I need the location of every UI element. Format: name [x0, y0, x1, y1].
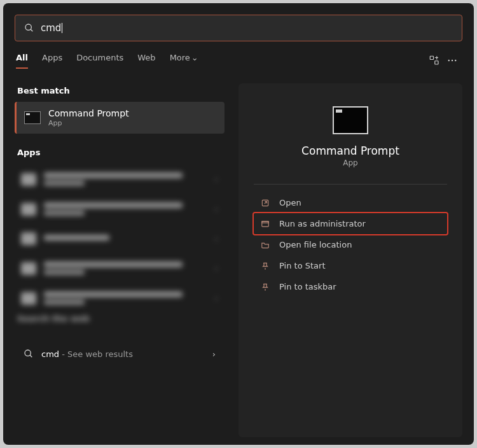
search-input[interactable]: cmd: [15, 15, 462, 41]
open-icon: [260, 199, 270, 207]
text-caret: [62, 23, 62, 33]
search-icon: [24, 349, 34, 359]
svg-point-6: [455, 60, 456, 61]
web-result-hint: - See web results: [59, 349, 133, 359]
list-item[interactable]: ›: [15, 255, 225, 281]
tab-documents[interactable]: Documents: [76, 53, 123, 69]
list-item[interactable]: ›: [15, 166, 225, 192]
tab-all[interactable]: All: [16, 53, 28, 69]
divider: [254, 184, 447, 185]
preview-panel: Command Prompt App Open Run as administr…: [238, 83, 462, 437]
action-open-file-location[interactable]: Open file location: [254, 234, 447, 255]
tab-web[interactable]: Web: [137, 53, 155, 69]
action-label: Open file location: [279, 240, 352, 249]
list-item[interactable]: ›: [15, 226, 225, 251]
action-pin-to-taskbar[interactable]: Pin to taskbar: [254, 276, 447, 297]
action-label: Pin to Start: [279, 261, 325, 270]
list-item[interactable]: ›: [15, 285, 225, 311]
list-item[interactable]: ›: [15, 196, 225, 222]
results-column: Best match Command Prompt App Apps › › ›…: [15, 83, 225, 437]
shield-icon: [260, 220, 270, 228]
best-match-result[interactable]: Command Prompt App: [15, 102, 225, 134]
folder-icon: [260, 241, 270, 249]
search-icon: [24, 23, 34, 33]
command-prompt-icon: [333, 106, 368, 134]
svg-point-4: [448, 60, 450, 61]
svg-rect-2: [430, 56, 433, 59]
action-pin-to-start[interactable]: Pin to Start: [254, 255, 447, 276]
section-best-match: Best match: [15, 83, 225, 102]
chevron-down-icon: ⌄: [191, 53, 198, 62]
action-label: Pin to taskbar: [279, 282, 336, 291]
action-open[interactable]: Open: [254, 192, 447, 213]
pin-icon: [260, 262, 270, 270]
svg-point-0: [25, 24, 31, 30]
quick-apps-icon[interactable]: [425, 52, 443, 69]
more-options-icon[interactable]: [443, 52, 461, 69]
command-prompt-icon: [24, 111, 41, 124]
section-apps: Apps: [15, 145, 225, 164]
action-label: Run as administrator: [279, 219, 366, 228]
preview-title: Command Prompt: [301, 144, 399, 157]
pin-icon: [260, 283, 270, 291]
svg-line-1: [31, 29, 32, 31]
apps-list: › › › › ›: [15, 164, 225, 311]
section-search-web: Search the web: [15, 311, 225, 330]
start-search-window: cmd All Apps Documents Web More⌄ Best ma…: [3, 3, 474, 445]
search-query-text: cmd: [41, 22, 61, 34]
svg-line-8: [30, 355, 32, 357]
best-match-subtitle: App: [48, 119, 129, 127]
svg-rect-10: [262, 221, 269, 226]
svg-point-7: [25, 350, 31, 356]
tab-more[interactable]: More⌄: [170, 53, 198, 69]
action-run-as-administrator[interactable]: Run as administrator: [254, 213, 447, 234]
web-result[interactable]: cmd - See web results ›: [15, 339, 225, 369]
svg-rect-3: [435, 61, 438, 64]
filter-tabs-row: All Apps Documents Web More⌄: [15, 52, 462, 69]
svg-point-5: [452, 60, 453, 61]
action-label: Open: [279, 198, 301, 207]
preview-subtitle: App: [343, 158, 357, 167]
best-match-title: Command Prompt: [48, 108, 129, 118]
svg-rect-11: [262, 221, 269, 222]
tab-apps[interactable]: Apps: [42, 53, 62, 69]
chevron-right-icon: ›: [212, 349, 216, 359]
web-result-term: cmd: [41, 349, 59, 359]
